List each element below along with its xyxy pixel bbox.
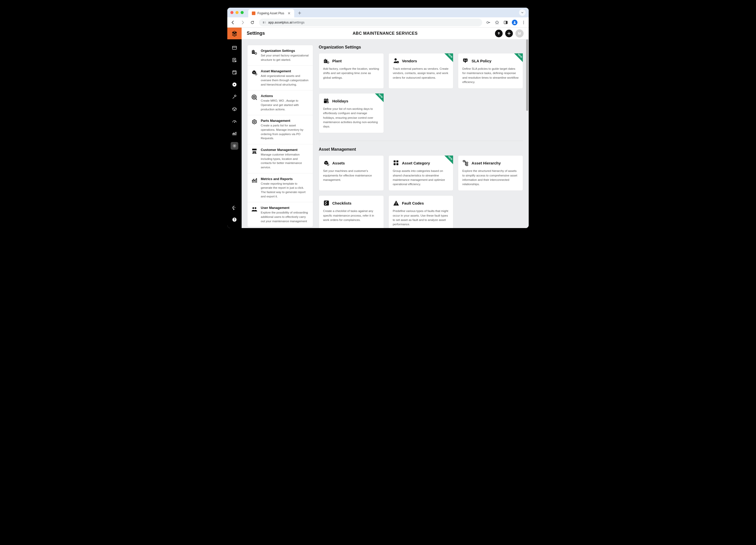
rail-item-play[interactable] [231,81,238,88]
svg-point-21 [235,207,235,208]
nav-item-title: Parts Management [261,119,309,123]
back-button[interactable] [230,19,236,26]
svg-rect-64 [396,203,396,204]
reload-button[interactable] [249,19,255,26]
new-badge [444,53,453,62]
svg-point-55 [327,164,329,166]
card-desc: Track external partners as vendors. Crea… [393,67,449,80]
nav-asset-management[interactable]: Asset ManagementAdd organizational asset… [247,66,313,90]
forward-button[interactable] [240,19,246,26]
card-title: Asset Category [402,161,430,165]
page-title: Settings [247,31,265,36]
calendar-check-icon [323,98,330,104]
settings-nav-list: Organization SettingsSet your smart fact… [247,45,313,227]
svg-rect-28 [254,52,254,53]
card-title: Vendors [402,59,417,63]
rail-item-workorders[interactable] [231,56,238,64]
rail-item-analytics[interactable] [231,130,238,137]
card-asset-hierarchy[interactable]: Asset Hierarchy Explore the structured h… [458,155,523,191]
nut-icon [251,119,258,125]
rail-item-tools[interactable] [231,93,238,101]
new-tab-button[interactable] [296,10,303,16]
svg-rect-0 [263,22,264,22]
nav-actions[interactable]: ActionsCreate MRO, WO , Assign to Operat… [247,90,313,115]
svg-point-35 [254,121,255,123]
svg-point-10 [523,23,524,24]
nav-item-desc: Manage customer information including ty… [261,152,309,170]
svg-rect-60 [463,161,465,162]
rail-item-schedule[interactable] [231,68,238,76]
nav-item-title: Organization Settings [261,49,309,53]
card-assets[interactable]: Assets Set your machines and customer's … [319,155,384,191]
profile-button[interactable] [512,20,517,25]
scrollbar-thumb[interactable] [526,39,528,111]
card-checklists[interactable]: Checklists Create a checklist of tasks a… [319,195,384,228]
svg-point-48 [394,58,397,61]
nav-organization-settings[interactable]: Organization SettingsSet your smart fact… [247,45,313,66]
svg-text:SLA: SLA [464,59,467,61]
svg-point-2 [265,22,266,22]
svg-point-4 [487,21,489,23]
card-fault-codes[interactable]: Fault Codes Predefine various types of f… [388,195,454,228]
close-window-button[interactable] [230,11,233,14]
rail-item-gauge[interactable] [231,117,238,125]
svg-rect-56 [394,161,396,163]
svg-rect-46 [326,62,326,62]
card-sla-policy[interactable]: SLA SLA Policy Define SLA policies to gu… [458,53,523,89]
nav-item-title: User Management [261,206,309,210]
site-info-icon[interactable] [263,21,266,24]
nav-item-desc: Create a parts list for asset operations… [261,123,309,140]
browser-tab-active[interactable]: Fogwing Asset Plus ✕ [248,9,294,17]
company-name: ABC MAINTENANCE SERVICES [353,31,418,36]
card-holidays[interactable]: Holidays Define your list of non-working… [319,93,384,133]
bookmark-star-icon[interactable] [494,20,500,25]
nav-metrics-reports[interactable]: Metrics and ReportsCreate reporting temp… [247,173,313,203]
rail-item-chat[interactable] [231,204,238,212]
scrollbar[interactable] [526,39,528,228]
app-logo[interactable] [227,28,242,39]
minimize-window-button[interactable] [235,11,239,14]
card-asset-category[interactable]: Asset Category Group assets into categor… [388,155,454,191]
password-key-icon[interactable] [486,20,491,25]
nav-user-management[interactable]: User ManagementExplore the possibility o… [247,202,313,227]
svg-point-39 [255,151,256,153]
rail-item-inventory[interactable] [231,105,238,113]
svg-point-3 [265,23,266,23]
tab-title: Fogwing Asset Plus [257,11,284,15]
customers-icon [251,148,258,155]
user-avatar[interactable]: M [515,29,524,38]
add-button[interactable] [505,30,513,37]
address-bar[interactable]: app.assetplus.ai/settings [259,19,482,26]
hierarchy-icon [462,160,469,166]
rail-item-settings[interactable] [231,142,238,150]
card-vendors[interactable]: $ Vendors Track external partners as ven… [388,53,454,89]
card-plant[interactable]: Plant Add factory, configure the locatio… [319,53,384,89]
svg-text:$: $ [397,62,398,63]
svg-rect-6 [506,21,507,24]
users-icon [251,206,258,212]
rail-item-help[interactable] [231,216,238,223]
warning-icon [393,200,399,206]
svg-point-34 [254,97,254,98]
svg-rect-45 [324,62,325,62]
vendor-icon: $ [393,57,399,64]
more-menu-icon[interactable] [521,20,526,25]
tab-close-button[interactable]: ✕ [288,11,291,15]
svg-rect-42 [324,60,327,63]
svg-rect-58 [394,163,396,165]
section-title-organization: Organization Settings [319,45,523,50]
upload-button[interactable] [495,30,503,37]
chart-icon [251,177,258,184]
nav-item-desc: Create MRO, WO , Assign to Operator and … [261,99,309,111]
nav-parts-management[interactable]: Parts ManagementCreate a parts list for … [247,115,313,144]
svg-rect-1 [263,23,264,23]
card-title: Holidays [332,99,348,103]
new-badge [444,156,453,164]
nav-customer-management[interactable]: Customer ManagementManage customer infor… [247,144,313,173]
maximize-window-button[interactable] [241,11,244,14]
nav-item-desc: Add organizational assets and oversee th… [261,74,309,87]
left-nav-rail [227,28,242,228]
side-panel-icon[interactable] [503,20,508,25]
rail-item-dashboard[interactable] [231,44,238,52]
tabs-dropdown-button[interactable] [519,9,526,16]
